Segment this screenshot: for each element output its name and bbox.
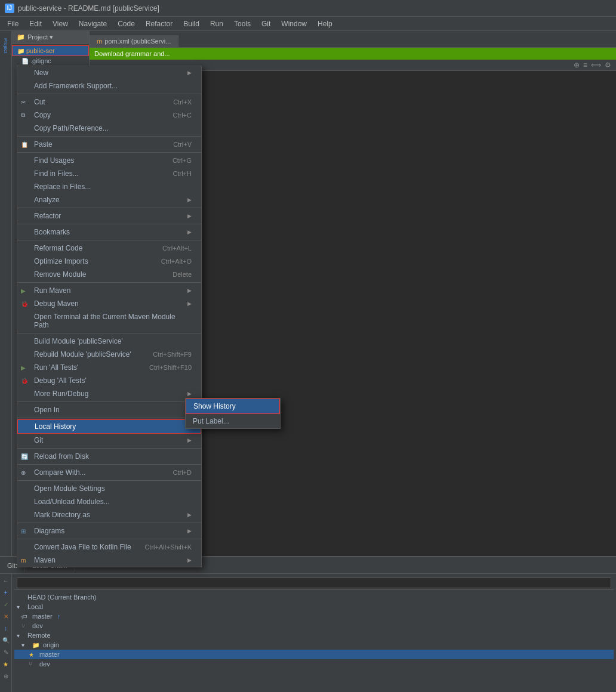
- submenu-item-put-label[interactable]: Put Label...: [186, 414, 280, 428]
- ctx-item-build-module[interactable]: Build Module 'publicService': [17, 335, 201, 348]
- ctx-shortcut: Ctrl+Shift+F9: [153, 351, 192, 358]
- git-search-input[interactable]: [17, 577, 611, 588]
- git-tree-master-local[interactable]: 🏷 master ↑: [14, 611, 614, 621]
- ctx-item-load-unload[interactable]: Load/Unload Modules...: [17, 495, 201, 508]
- ctx-item-replace[interactable]: Replace in Files...: [17, 180, 201, 193]
- ctx-item-cut[interactable]: ✂ Cut Ctrl+X: [17, 95, 201, 109]
- tree-item-gitignore[interactable]: 📄 .gitignc: [12, 56, 89, 66]
- ctx-label: Maven: [34, 556, 56, 564]
- ctx-item-refactor[interactable]: Refactor: [17, 209, 201, 223]
- ctx-item-new[interactable]: New: [17, 66, 201, 79]
- git-back-button[interactable]: ←: [2, 576, 10, 585]
- ctx-separator: [17, 240, 201, 240]
- ctx-separator: [17, 152, 201, 153]
- ctx-item-maven[interactable]: m Maven: [17, 554, 201, 567]
- ctx-shortcut: Ctrl+V: [173, 141, 192, 148]
- ctx-item-convert-kotlin[interactable]: Convert Java File to Kotlin File Ctrl+Al…: [17, 540, 201, 554]
- ctx-item-analyze[interactable]: Analyze: [17, 193, 201, 206]
- paste-icon: 📋: [21, 141, 28, 148]
- ctx-shortcut: Ctrl+Alt+Shift+K: [144, 543, 192, 551]
- ctx-item-debug-all-tests[interactable]: 🐞 Debug 'All Tests': [17, 374, 201, 387]
- ctx-item-copy[interactable]: ⧉ Copy Ctrl+C: [17, 109, 201, 122]
- ctx-label: Bookmarks: [34, 228, 70, 236]
- git-delete-button[interactable]: ✕: [2, 612, 10, 620]
- git-tree-label: Remote: [27, 632, 51, 639]
- ctx-item-mark-dir[interactable]: Mark Directory as: [17, 508, 201, 521]
- ctx-label: Reformat Code: [34, 244, 82, 252]
- ctx-shortcut: Ctrl+G: [173, 157, 192, 164]
- menu-help[interactable]: Help: [313, 18, 337, 29]
- menu-code[interactable]: Code: [113, 18, 140, 29]
- ctx-item-remove-module[interactable]: Remove Module Delete: [17, 268, 201, 281]
- git-main: HEAD (Current Branch) ▾ Local 🏷 master ↑…: [12, 574, 616, 692]
- sidebar-icons: Project: [0, 31, 12, 556]
- globe-icon[interactable]: ⊕: [574, 61, 580, 69]
- menu-run[interactable]: Run: [205, 18, 228, 29]
- app-icon: IJ: [5, 4, 14, 13]
- menu-file[interactable]: File: [2, 18, 23, 29]
- ctx-label: Replace in Files...: [34, 183, 91, 191]
- debug-tests-icon: 🐞: [21, 378, 28, 384]
- ctx-item-bookmarks[interactable]: Bookmarks: [17, 225, 201, 239]
- git-settings-button[interactable]: ⊕: [2, 672, 10, 680]
- git-tree-master-remote[interactable]: ★ master: [14, 650, 614, 659]
- menu-build[interactable]: Build: [178, 18, 204, 29]
- ctx-item-local-history[interactable]: Local History: [17, 419, 201, 434]
- submenu-item-show-history[interactable]: Show History: [186, 398, 280, 414]
- settings-icon[interactable]: ⚙: [605, 61, 611, 69]
- git-star-button[interactable]: ★: [2, 660, 10, 668]
- menu-navigate[interactable]: Navigate: [74, 18, 112, 29]
- ctx-item-copy-path[interactable]: Copy Path/Reference...: [17, 122, 201, 135]
- ctx-item-rebuild-module[interactable]: Rebuild Module 'publicService' Ctrl+Shif…: [17, 348, 201, 361]
- ctx-item-open-terminal[interactable]: Open Terminal at the Current Maven Modul…: [17, 310, 201, 332]
- git-tree-label: Local: [27, 603, 43, 610]
- menu-tools[interactable]: Tools: [229, 18, 255, 29]
- git-commit-button[interactable]: ✓: [2, 600, 10, 608]
- ctx-item-add-framework[interactable]: Add Framework Support...: [17, 79, 201, 92]
- ctx-item-run-all-tests[interactable]: ▶ Run 'All Tests' Ctrl+Shift+F10: [17, 361, 201, 374]
- ctx-item-compare-with[interactable]: ⊕ Compare With... Ctrl+D: [17, 466, 201, 479]
- expand-icon: ▾: [21, 642, 30, 648]
- git-tree-dev-remote[interactable]: ⑂ dev: [14, 659, 614, 669]
- ctx-item-open-in[interactable]: Open In: [17, 403, 201, 416]
- git-edit-button[interactable]: ✎: [2, 648, 10, 656]
- menu-edit[interactable]: Edit: [24, 18, 47, 29]
- ctx-item-run-maven[interactable]: ▶ Run Maven: [17, 284, 201, 297]
- git-add-button[interactable]: +: [2, 588, 10, 597]
- ctx-label: Debug 'All Tests': [34, 376, 87, 385]
- tree-item-public-ser[interactable]: 📁 public-ser: [12, 45, 89, 56]
- ctx-separator: [17, 208, 201, 208]
- ctx-item-debug-maven[interactable]: 🐞 Debug Maven: [17, 297, 201, 310]
- ctx-item-more-run[interactable]: More Run/Debug: [17, 387, 201, 400]
- ctx-item-find-usages[interactable]: Find Usages Ctrl+G: [17, 154, 201, 167]
- ctx-item-open-module-settings[interactable]: Open Module Settings: [17, 482, 201, 495]
- git-tree-remote[interactable]: ▾ Remote: [14, 631, 614, 640]
- git-tree-local[interactable]: ▾ Local: [14, 602, 614, 611]
- menu-refactor[interactable]: Refactor: [141, 18, 177, 29]
- project-panel-title: Project ▾: [27, 33, 53, 41]
- git-fetch-button[interactable]: ↕: [2, 624, 10, 632]
- compare-icon: ⊕: [21, 469, 26, 476]
- git-tree-dev-local[interactable]: ⑂ dev: [14, 621, 614, 631]
- editor-tab-pom[interactable]: m pom.xml (publicServi...: [90, 35, 178, 47]
- ctx-item-find-files[interactable]: Find in Files... Ctrl+H: [17, 167, 201, 180]
- ctx-item-diagrams[interactable]: ⊞ Diagrams: [17, 524, 201, 537]
- menu-view[interactable]: View: [48, 18, 73, 29]
- lines-icon[interactable]: ≡: [583, 61, 587, 69]
- menu-window[interactable]: Window: [276, 18, 312, 29]
- ctx-item-git[interactable]: Git: [17, 434, 201, 447]
- project-sidebar-button[interactable]: Project: [1, 33, 11, 57]
- ctx-item-optimize[interactable]: Optimize Imports Ctrl+Alt+O: [17, 255, 201, 268]
- ctx-label: New: [34, 69, 48, 77]
- ctx-item-reload[interactable]: 🔄 Reload from Disk: [17, 450, 201, 463]
- ctx-item-reformat[interactable]: Reformat Code Ctrl+Alt+L: [17, 242, 201, 255]
- git-search-button[interactable]: 🔍: [2, 636, 10, 644]
- project-panel-header[interactable]: 📁 Project ▾: [12, 31, 89, 44]
- ctx-separator: [17, 94, 201, 94]
- ctx-item-paste[interactable]: 📋 Paste Ctrl+V: [17, 138, 201, 151]
- expand-icon[interactable]: ⟺: [591, 61, 601, 69]
- git-tree-origin[interactable]: ▾ 📁 origin: [14, 640, 614, 650]
- bottom-content: ← + ✓ ✕ ↕ 🔍 ✎ ★ ⊕ HEAD (Current Branch) …: [0, 574, 616, 692]
- menu-git[interactable]: Git: [257, 18, 275, 29]
- arrow-up-icon: ↑: [57, 613, 61, 620]
